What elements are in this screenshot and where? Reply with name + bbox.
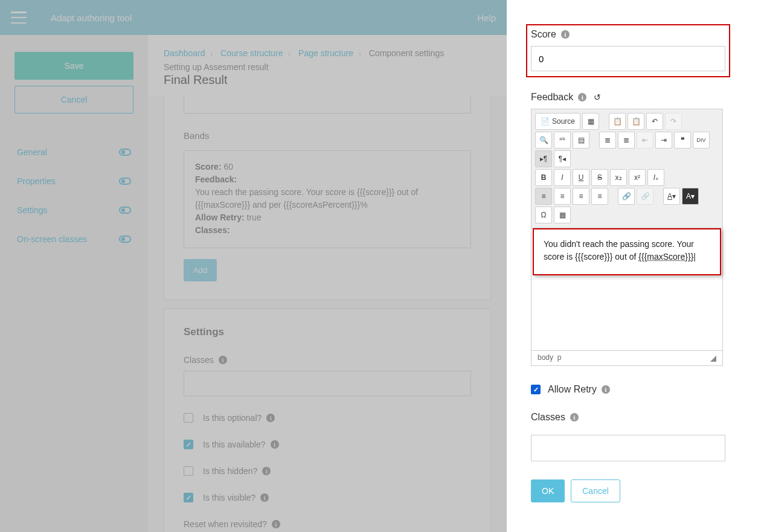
nav-label: Settings [17, 205, 48, 215]
crumb-current: Component settings [369, 48, 445, 58]
special-char-icon[interactable]: Ω [535, 207, 552, 223]
selectall-icon[interactable]: ▤ [573, 132, 589, 149]
ok-button[interactable]: OK [531, 479, 565, 502]
band-allow-label: Allow Retry: [195, 213, 245, 222]
toggle-icon [119, 207, 131, 214]
band-score-label: Score: [195, 162, 222, 171]
rich-text-editor: 📄 Source ▦ 📋 📋 ↶ ↷ 🔍 ᵃᵇ ▤ ≣ ≣ ⇤ ⇥ ❝ DIV [531, 109, 723, 366]
source-button[interactable]: 📄 Source [535, 113, 580, 130]
info-icon[interactable]: i [260, 493, 269, 502]
panel-cancel-button[interactable]: Cancel [571, 479, 620, 502]
info-icon[interactable]: i [570, 413, 579, 421]
paste-icon[interactable]: 📋 [609, 113, 626, 130]
info-icon[interactable]: i [266, 414, 275, 422]
templates-icon[interactable]: ▦ [582, 113, 599, 130]
opt-label: Is this optional? [203, 413, 262, 423]
edit-band-panel: Scorei Feedbacki↺ 📄 Source ▦ 📋 📋 ↶ ↷ 🔍 ᵃ… [507, 0, 764, 532]
ltr-icon[interactable]: ▸¶ [535, 150, 552, 167]
unlink-icon[interactable]: 🔗 [637, 188, 653, 205]
nav-settings[interactable]: Settings [14, 196, 133, 225]
blockquote-icon[interactable]: ❝ [674, 132, 691, 149]
strike-icon[interactable]: S [591, 169, 608, 186]
toggle-icon [119, 149, 131, 156]
toggle-icon [119, 178, 131, 185]
allow-retry-checkbox[interactable] [531, 385, 541, 394]
checkbox-visible[interactable] [184, 493, 193, 502]
info-icon[interactable]: i [272, 520, 280, 528]
score-input[interactable] [531, 46, 725, 71]
outdent-icon[interactable]: ⇤ [637, 132, 653, 149]
band-item[interactable]: Score: 60 Feedback: You reach the passin… [184, 150, 471, 248]
page-subtitle: Setting up Assesment result [164, 62, 491, 72]
find-icon[interactable]: 🔍 [535, 132, 552, 149]
band-allow-value: true [247, 213, 262, 222]
help-link[interactable]: Help [477, 13, 496, 23]
path-body[interactable]: body [538, 353, 553, 362]
classes-input[interactable] [184, 371, 471, 396]
info-icon[interactable]: i [561, 30, 570, 39]
link-icon[interactable]: 🔗 [618, 188, 635, 205]
info-icon[interactable]: i [219, 356, 227, 364]
bands-label: Bands [184, 130, 471, 141]
allow-retry-label: Allow Retry [548, 384, 597, 395]
checkbox-optional[interactable] [184, 413, 193, 423]
underline-icon[interactable]: U [573, 169, 589, 186]
add-band-button[interactable]: Add [184, 259, 217, 281]
crumb-course[interactable]: Course structure [220, 48, 283, 58]
info-icon[interactable]: i [578, 93, 586, 101]
band-classes-label: Classes: [195, 225, 230, 235]
bold-icon[interactable]: B [535, 169, 552, 186]
replace-icon[interactable]: ᵃᵇ [554, 132, 571, 149]
align-left-icon[interactable]: ≡ [535, 188, 552, 205]
save-button[interactable]: Save [14, 52, 133, 80]
bg-color-icon[interactable]: A▾ [682, 188, 699, 205]
align-justify-icon[interactable]: ≡ [591, 188, 608, 205]
panel-classes-input[interactable] [531, 435, 725, 461]
italic-icon[interactable]: I [554, 169, 571, 186]
rtl-icon[interactable]: ¶◂ [554, 150, 571, 167]
settings-heading: Settings [184, 326, 471, 338]
numbered-list-icon[interactable]: ≣ [599, 132, 616, 149]
align-right-icon[interactable]: ≡ [573, 188, 589, 205]
bullet-list-icon[interactable]: ≣ [618, 132, 635, 149]
toggle-icon [119, 236, 131, 243]
breadcrumb: Dashboard› Course structure› Page struct… [164, 48, 491, 58]
path-p[interactable]: p [557, 353, 562, 362]
font-color-icon[interactable]: A▾ [663, 188, 680, 205]
resize-handle[interactable] [710, 356, 716, 362]
paste-word-icon[interactable]: 📋 [628, 113, 644, 130]
table-icon[interactable]: ▦ [554, 207, 571, 223]
opt-label: Is this hidden? [203, 466, 257, 476]
editor-content[interactable]: You didn't reach the passing score. Your… [533, 228, 721, 275]
nav-onscreen[interactable]: On-screen classes [14, 225, 133, 254]
classes-label: Classesi [184, 355, 471, 365]
nav-label: On-screen classes [17, 234, 87, 244]
div-icon[interactable]: DIV [693, 132, 710, 149]
feedback-label: Feedbacki↺ [531, 92, 725, 103]
subscript-icon[interactable]: x₂ [610, 169, 627, 186]
crumb-page[interactable]: Page structure [298, 48, 353, 58]
indent-icon[interactable]: ⇥ [655, 132, 672, 149]
band-feedback-text: You reach the passing score. Your score … [195, 186, 460, 211]
crumb-dashboard[interactable]: Dashboard [164, 48, 205, 58]
info-icon[interactable]: i [271, 440, 279, 449]
page-title: Final Result [164, 73, 491, 87]
checkbox-available[interactable] [184, 440, 193, 449]
undo-icon[interactable]: ↺ [594, 92, 601, 102]
clear-format-icon[interactable]: Iₓ [647, 169, 664, 186]
app-title: Adapt authoring tool [51, 13, 132, 23]
opt-label: Is this visible? [203, 493, 255, 502]
band-score-value: 60 [223, 162, 233, 171]
info-icon[interactable]: i [262, 467, 271, 475]
checkbox-hidden[interactable] [184, 466, 193, 476]
menu-icon[interactable] [11, 11, 27, 24]
cancel-button[interactable]: Cancel [14, 86, 133, 114]
info-icon[interactable]: i [602, 385, 610, 394]
undo-icon[interactable]: ↶ [646, 113, 663, 130]
score-label: Scorei [531, 29, 725, 40]
redo-icon[interactable]: ↷ [665, 113, 682, 130]
align-center-icon[interactable]: ≡ [554, 188, 571, 205]
nav-general[interactable]: General [14, 138, 133, 167]
superscript-icon[interactable]: x² [629, 169, 646, 186]
nav-properties[interactable]: Properties [14, 167, 133, 196]
